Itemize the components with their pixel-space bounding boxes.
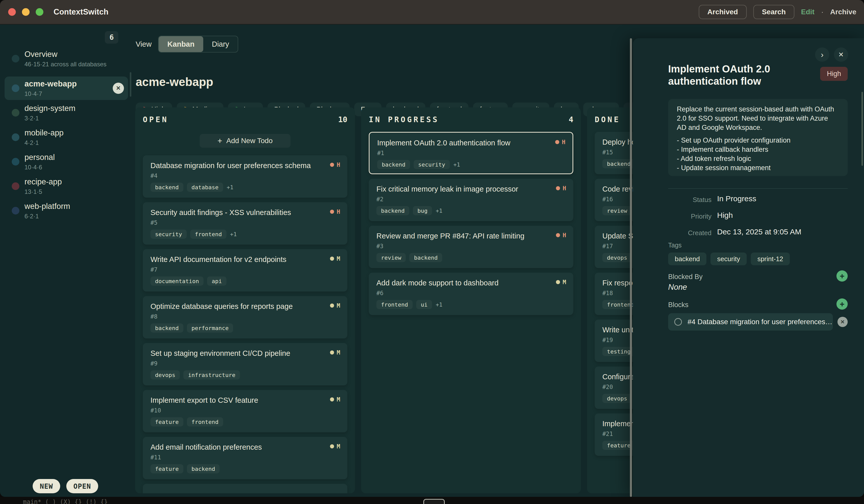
app-window: 6 Overview46·15·21 across all databasesa… [0,24,864,497]
add-blocked-by-button[interactable]: + [837,271,848,281]
plus-icon: + [840,272,844,280]
todo-card-tags: backendperformance [151,323,340,333]
minimize-window-icon[interactable] [22,8,29,16]
todo-card[interactable]: Review and merge PR #847: API rate limit… [369,226,573,268]
add-blocks-button[interactable]: + [837,298,848,310]
todo-card[interactable]: Add dark mode support to dashboardM#6fro… [369,273,573,315]
close-window-icon[interactable] [8,8,16,16]
todo-card-id: #5 [151,220,340,226]
sidebar-item-design-system[interactable]: design-system3·2·1 [4,101,128,124]
todo-card-id: #6 [376,290,566,296]
cards-list: Implement OAuth 2.0 authentication flowH… [369,132,573,315]
database-name: recipe-app [24,177,110,187]
todo-card-title: Write API documentation for v2 endpoints [151,255,334,263]
close-panel-button[interactable]: ✕ [834,47,848,62]
archived-button[interactable]: Archived [699,5,747,19]
todo-card[interactable]: Implement OAuth 2.0 authentication flowH… [369,132,573,174]
meta-row-created: CreatedDec 13, 2025 at 9:05 AM [633,228,864,238]
meta-label: Status [633,196,711,204]
blocks-item-text: #4 Database migration for user preferenc… [687,318,832,326]
sidebar-item-recipe-app[interactable]: recipe-app13·1·5 [4,175,128,198]
todo-card-id: #7 [151,266,340,273]
todo-card[interactable]: Security audit findings - XSS vulnerabil… [143,202,347,244]
todo-card[interactable]: Add email notification preferencesM#11fe… [143,437,347,479]
new-button[interactable]: NEW [33,479,60,493]
cards-list: Database migration for user preferences … [143,155,347,493]
remove-blocks-item-button[interactable]: ✕ [838,317,848,327]
todo-card-title: Security audit findings - XSS vulnerabil… [151,208,334,217]
zoom-window-icon[interactable] [36,8,43,16]
tag-chip-backend: backend [187,464,220,473]
database-color-dot [12,158,20,166]
column-count: 10 [338,115,347,124]
database-counts: 46·15·21 across all databases [24,60,110,68]
page-title: acme-webapp [136,75,213,89]
todo-card-id: #11 [151,454,340,461]
todo-card-clipped[interactable] [143,484,347,493]
todo-card-tags: documentationapi [151,276,340,286]
add-new-todo-label: Add New Todo [226,137,273,145]
priority-letter: H [337,161,340,168]
sidebar-item-personal[interactable]: personal10·4·6 [4,150,128,173]
sidebar-item-web-platform[interactable]: web-platform6·2·1 [4,199,128,223]
archive-link[interactable]: Archive [830,8,856,16]
todo-card[interactable]: Optimize database queries for reports pa… [143,296,347,338]
sidebar: 6 Overview46·15·21 across all databasesa… [0,24,133,497]
priority-letter: M [337,443,340,450]
todo-card[interactable]: Database migration for user preferences … [143,155,347,198]
tags-label: Tags [668,241,682,249]
tab-diary[interactable]: Diary [203,36,238,52]
panel-resize-handle[interactable] [630,38,632,497]
meta-value: In Progress [717,194,756,203]
tag-chip-ui: ui [416,300,432,309]
plus-icon: + [217,136,223,146]
menu-separator: · [821,8,824,16]
todo-card[interactable]: Implement export to CSV featureM#10featu… [143,390,347,432]
open-button[interactable]: OPEN [66,479,98,493]
sidebar-item-mobile-app[interactable]: mobile-app4·2·1 [4,125,128,149]
more-tags-count: +1 [227,184,233,191]
tag-chip-devops: devops [151,370,180,380]
search-button[interactable]: Search [753,5,794,19]
database-counts: 3·2·1 [24,115,110,122]
tag-chip-database: database [187,183,223,192]
database-color-dot [12,207,20,215]
todo-status-circle-icon [674,318,682,326]
todo-card-title: Implement OAuth 2.0 authentication flow [377,139,561,147]
tab-kanban[interactable]: Kanban [159,36,203,52]
close-database-button[interactable]: ✕ [113,83,124,94]
database-color-dot [12,182,20,190]
priority-indicator: M [330,302,340,309]
todo-card-tags: backendsecurity+1 [377,160,565,169]
divider [668,188,848,189]
priority-letter: H [562,139,565,145]
column-header: OPEN10 [143,115,347,124]
panel-scrollbar[interactable] [862,92,863,166]
database-name: personal [24,153,110,162]
sidebar-scrollbar[interactable] [130,72,131,97]
todo-card[interactable]: Write API documentation for v2 endpoints… [143,249,347,291]
panel-tag-chip-backend: backend [668,252,706,265]
todo-detail-panel: › ✕ Implement OAuth 2.0 authentication f… [633,38,864,497]
todo-card[interactable]: Set up staging environment CI/CD pipelin… [143,343,347,385]
database-name: design-system [24,104,110,113]
sidebar-item-overview[interactable]: Overview46·15·21 across all databases [4,47,128,70]
blocks-item[interactable]: #4 Database migration for user preferenc… [668,313,833,331]
priority-dot-icon [556,233,560,237]
add-new-todo-button[interactable]: +Add New Todo [200,134,290,148]
screen: ContextSwitch Archived Search Edit · Arc… [0,0,864,504]
todo-card[interactable]: Fix critical memory leak in image proces… [369,179,573,221]
edit-link[interactable]: Edit [801,8,815,16]
priority-indicator: M [330,349,340,356]
tag-chip-backend: backend [151,323,183,333]
collapse-panel-button[interactable]: › [815,47,829,62]
column-header: IN PROGRESS4 [369,115,573,124]
todo-card-id: #8 [151,313,340,320]
sidebar-item-acme-webapp[interactable]: acme-webapp10·4·7✕ [4,76,128,100]
todo-card-tags: featurebackend [151,464,340,473]
tag-chip-backend: backend [409,253,442,262]
todo-card-tags: securityfrontend+1 [151,230,340,239]
database-name: mobile-app [24,128,110,137]
priority-indicator: H [555,139,565,145]
todo-card-tags: frontendui+1 [376,300,566,309]
